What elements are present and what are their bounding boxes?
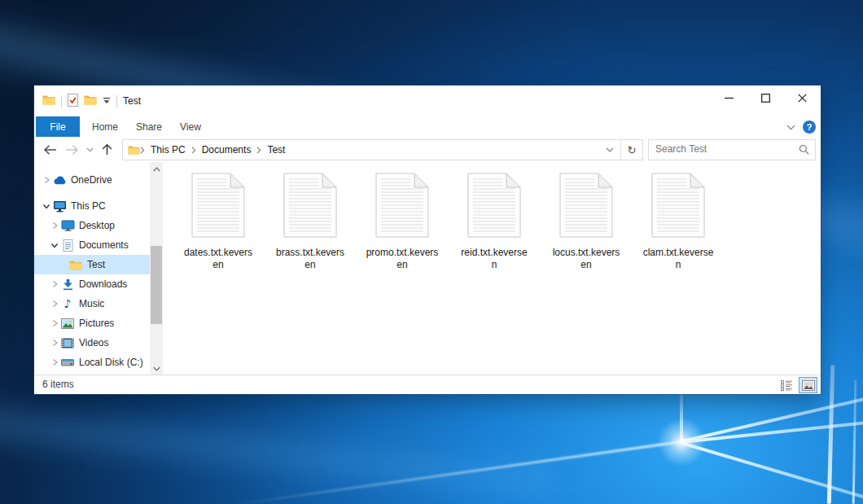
- scroll-down-icon[interactable]: [150, 362, 163, 375]
- back-button[interactable]: [39, 139, 61, 160]
- file-name-line: en: [276, 259, 344, 271]
- text-file-icon: [467, 173, 521, 240]
- items-count: 6 items: [42, 375, 74, 393]
- tree-collapsed-chevron-icon[interactable]: [49, 339, 60, 347]
- tree-collapsed-chevron-icon[interactable]: [49, 300, 60, 308]
- sidebar-item-label: Pictures: [79, 318, 114, 329]
- file-tile[interactable]: locus.txt.keversen: [544, 173, 629, 271]
- sidebar-item-desktop[interactable]: Desktop: [34, 216, 150, 235]
- sidebar-item-label: This PC: [71, 200, 106, 212]
- tree-collapsed-chevron-icon[interactable]: [49, 280, 60, 288]
- light-beam-glow: [657, 418, 706, 467]
- sidebar-item-downloads[interactable]: Downloads: [34, 274, 150, 294]
- file-tile[interactable]: brass.txt.keversen: [268, 173, 353, 271]
- chevron-down-icon[interactable]: [786, 121, 795, 133]
- breadcrumb-item[interactable]: Documents: [196, 144, 257, 156]
- sidebar-item-label: Music: [79, 298, 104, 309]
- help-icon[interactable]: ?: [803, 121, 816, 134]
- file-name-line: n: [643, 259, 714, 271]
- search-input[interactable]: [649, 140, 794, 158]
- large-icons-view-icon[interactable]: [799, 377, 817, 393]
- customize-quick-access-caret-icon[interactable]: [103, 95, 111, 107]
- tree-collapsed-chevron-icon[interactable]: [41, 176, 52, 184]
- sidebar-item-label: Documents: [79, 239, 129, 251]
- breadcrumb-item[interactable]: Test: [261, 144, 291, 156]
- disk-icon: [60, 357, 75, 367]
- status-bar: 6 items: [34, 375, 821, 394]
- file-tile[interactable]: reid.txt.keversen: [452, 173, 537, 271]
- thispc-icon: [52, 200, 67, 213]
- folder-icon[interactable]: [42, 94, 55, 107]
- downloads-icon: [60, 278, 75, 291]
- tree-expanded-chevron-icon[interactable]: [41, 203, 52, 210]
- music-icon: ♪: [60, 298, 75, 309]
- address-bar[interactable]: This PCDocumentsTest ↻: [122, 139, 643, 160]
- file-name-line: brass.txt.kevers: [276, 247, 344, 259]
- file-name-line: clam.txt.keverse: [643, 247, 714, 259]
- window-controls: [711, 85, 821, 110]
- folder-icon[interactable]: [128, 145, 140, 155]
- tree-collapsed-chevron-icon[interactable]: [49, 358, 60, 366]
- pictures-icon: [60, 318, 75, 329]
- tab-label: Home: [92, 121, 118, 133]
- tab-label: View: [180, 121, 201, 133]
- toolbar-separator: [116, 95, 117, 107]
- tree-expanded-chevron-icon[interactable]: [49, 242, 60, 249]
- refresh-icon[interactable]: ↻: [620, 140, 642, 160]
- tree-collapsed-chevron-icon[interactable]: [49, 221, 60, 230]
- file-name-line: promo.txt.kevers: [366, 247, 439, 259]
- sidebar-item-label: Videos: [79, 337, 108, 348]
- file-name: promo.txt.keversen: [366, 247, 439, 271]
- sidebar-item-music[interactable]: ♪Music: [34, 294, 150, 313]
- scrollbar-thumb[interactable]: [151, 246, 162, 324]
- checked-page-icon[interactable]: [68, 94, 78, 109]
- onedrive-icon: [52, 176, 67, 185]
- explorer-window: Test FileHomeShareView ?: [34, 85, 821, 394]
- address-dropdown-chevron-icon[interactable]: [599, 140, 620, 160]
- text-file-icon: [283, 173, 337, 240]
- folder-icon[interactable]: [84, 94, 97, 107]
- breadcrumb-item[interactable]: This PC: [145, 144, 191, 156]
- file-name: dates.txt.keversen: [184, 247, 252, 271]
- file-tile[interactable]: clam.txt.keversen: [636, 173, 721, 271]
- tab-file[interactable]: File: [36, 116, 80, 137]
- up-button[interactable]: [96, 139, 118, 160]
- recent-locations-chevron-icon[interactable]: [83, 139, 96, 160]
- close-button[interactable]: [784, 85, 821, 110]
- sidebar-item-documents[interactable]: Documents: [34, 235, 150, 255]
- quick-access-toolbar: Test: [42, 85, 141, 116]
- light-beam: [681, 441, 863, 500]
- file-name: reid.txt.keversen: [461, 247, 527, 271]
- details-view-icon[interactable]: [778, 377, 796, 393]
- sidebar-item-local-disk-c[interactable]: Local Disk (C:): [34, 353, 150, 372]
- file-name: locus.txt.keversen: [553, 247, 620, 271]
- tab-view[interactable]: View: [171, 116, 210, 137]
- tab-share[interactable]: Share: [127, 116, 171, 137]
- sidebar-item-pictures[interactable]: Pictures: [34, 313, 150, 333]
- file-list-area[interactable]: dates.txt.keversenbrass.txt.keversenprom…: [163, 162, 821, 375]
- sidebar-scrollbar[interactable]: [150, 162, 163, 375]
- maximize-button[interactable]: [747, 85, 784, 110]
- tree-collapsed-chevron-icon[interactable]: [49, 319, 60, 327]
- view-switcher: [778, 377, 817, 393]
- file-tile[interactable]: dates.txt.keversen: [176, 173, 261, 271]
- file-name: clam.txt.keversen: [643, 247, 714, 271]
- tab-home[interactable]: Home: [83, 116, 127, 137]
- sidebar-item-onedrive[interactable]: OneDrive: [34, 170, 150, 190]
- sidebar-item-this-pc[interactable]: This PC: [34, 196, 150, 216]
- sidebar-item-videos[interactable]: Videos: [34, 333, 150, 353]
- desktop-icon: [60, 220, 75, 231]
- text-file-icon: [191, 173, 245, 240]
- search-icon[interactable]: [799, 144, 809, 157]
- file-name-line: en: [366, 259, 439, 271]
- sidebar-item-label: Test: [87, 259, 105, 270]
- navigation-pane: OneDriveThis PCDesktopDocumentsTestDownl…: [34, 162, 150, 375]
- forward-button[interactable]: [61, 139, 83, 160]
- scroll-up-icon[interactable]: [150, 162, 163, 176]
- nav-buttons: [39, 137, 118, 162]
- minimize-button[interactable]: [711, 85, 747, 110]
- file-tile[interactable]: promo.txt.keversen: [360, 173, 445, 271]
- sidebar-item-test[interactable]: Test: [34, 255, 150, 274]
- window-title: Test: [123, 95, 141, 107]
- title-bar[interactable]: Test: [34, 85, 821, 116]
